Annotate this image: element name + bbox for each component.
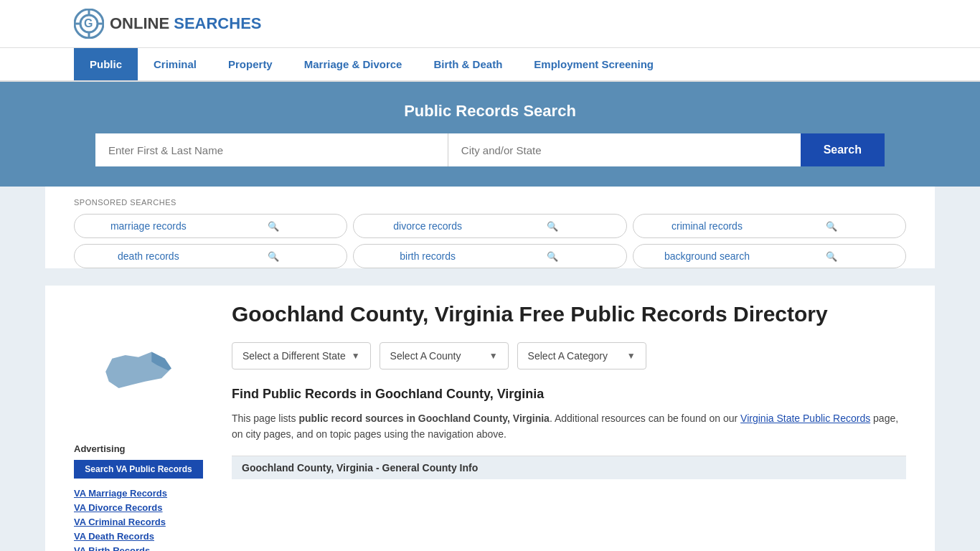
name-input[interactable] [95,133,448,166]
logo: G ONLINE SEARCHES [74,9,262,39]
pill-marriage-records[interactable]: marriage records 🔍 [74,214,347,238]
search-icon: 🔍 [769,251,894,262]
va-map [99,343,178,400]
search-banner-title: Public Records Search [29,102,951,121]
search-button[interactable]: Search [801,133,885,166]
nav-item-employment[interactable]: Employment Screening [518,48,669,80]
sponsored-pills: marriage records 🔍 divorce records 🔍 cri… [74,214,906,268]
county-title: Goochland County, Virginia Free Public R… [232,300,906,328]
sidebar-link-va-marriage[interactable]: VA Marriage Records [74,487,203,499]
sidebar-link-va-birth[interactable]: VA Birth Records [74,545,203,551]
chevron-down-icon: ▼ [489,351,498,361]
state-dropdown[interactable]: Select a Different State ▼ [232,342,371,369]
svg-text:G: G [84,17,93,29]
chevron-down-icon: ▼ [627,351,636,361]
sidebar-advertising-label: Advertising [74,443,203,454]
section-heading-bar: Goochland County, Virginia - General Cou… [232,456,906,479]
sponsored-label: SPONSORED SEARCHES [74,198,906,207]
nav-item-birth-death[interactable]: Birth & Death [418,48,518,80]
sidebar-link-va-criminal[interactable]: VA Criminal Records [74,516,203,527]
search-icon: 🔍 [490,221,615,232]
find-records-heading: Find Public Records in Goochland County,… [232,387,906,402]
pill-background-search[interactable]: background search 🔍 [633,244,906,268]
pill-criminal-records[interactable]: criminal records 🔍 [633,214,906,238]
pill-birth-records[interactable]: birth records 🔍 [353,244,626,268]
nav-item-property[interactable]: Property [212,48,288,80]
search-icon: 🔍 [211,221,336,232]
nav-item-public[interactable]: Public [74,48,138,80]
search-icon: 🔍 [490,251,615,262]
sidebar-link-va-death[interactable]: VA Death Records [74,530,203,542]
search-icon: 🔍 [769,221,894,232]
main-content: Goochland County, Virginia Free Public R… [217,286,906,551]
search-form: Search [95,133,885,166]
location-input[interactable] [448,133,801,166]
nav-item-marriage-divorce[interactable]: Marriage & Divorce [288,48,418,80]
find-records-text: This page lists public record sources in… [232,410,906,443]
dropdowns-row: Select a Different State ▼ Select A Coun… [232,342,906,369]
search-icon: 🔍 [211,251,336,262]
logo-text: ONLINE SEARCHES [110,14,262,33]
pill-death-records[interactable]: death records 🔍 [74,244,347,268]
chevron-down-icon: ▼ [352,351,360,361]
pill-divorce-records[interactable]: divorce records 🔍 [353,214,626,238]
logo-icon: G [74,9,104,39]
sidebar-link-va-divorce[interactable]: VA Divorce Records [74,501,203,513]
sidebar-ad-button[interactable]: Search VA Public Records [74,460,203,479]
virginia-records-link[interactable]: Virginia State Public Records [740,413,870,424]
find-records-section: Find Public Records in Goochland County,… [232,387,906,443]
county-dropdown[interactable]: Select A County ▼ [380,342,509,369]
nav-item-criminal[interactable]: Criminal [138,48,212,80]
sidebar-links: VA Marriage Records VA Divorce Records V… [74,487,203,551]
category-dropdown[interactable]: Select A Category ▼ [517,342,646,369]
